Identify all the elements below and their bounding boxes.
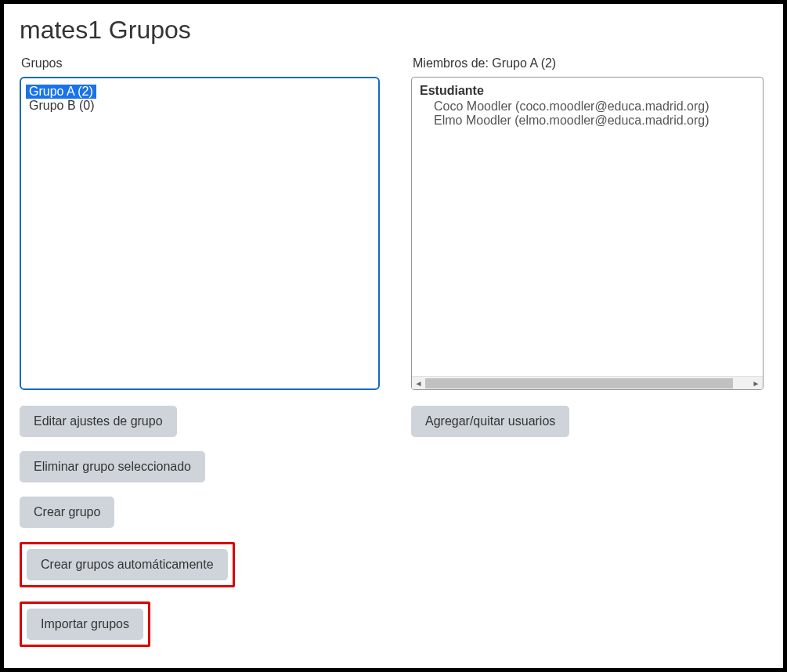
scroll-right-arrow-icon[interactable]: ► xyxy=(749,377,763,390)
horizontal-scrollbar[interactable]: ◄ ► xyxy=(412,376,763,389)
auto-create-groups-button[interactable]: Crear grupos automáticamente xyxy=(27,549,228,580)
group-option[interactable]: Grupo B (0) xyxy=(26,98,98,113)
member-option[interactable]: Elmo Moodler (elmo.moodler@educa.madrid.… xyxy=(415,114,760,128)
scroll-left-arrow-icon[interactable]: ◄ xyxy=(412,377,425,390)
groups-column: Grupos Grupo A (2) Grupo B (0) Editar aj… xyxy=(20,56,380,647)
group-option[interactable]: Grupo A (2) xyxy=(26,85,96,99)
scrollbar-thumb[interactable] xyxy=(425,378,733,388)
role-label: Estudiante xyxy=(415,84,760,98)
members-column: Miembros de: Grupo A (2) Estudiante Coco… xyxy=(411,56,764,647)
groups-label: Grupos xyxy=(20,56,380,70)
member-option[interactable]: Coco Moodler (coco.moodler@educa.madrid.… xyxy=(415,99,760,114)
groups-listbox[interactable]: Grupo A (2) Grupo B (0) xyxy=(20,77,380,390)
highlight-auto-create: Crear grupos automáticamente xyxy=(20,542,235,587)
add-remove-users-button[interactable]: Agregar/quitar usuarios xyxy=(411,406,569,437)
import-groups-button[interactable]: Importar grupos xyxy=(27,609,143,640)
page-title: mates1 Grupos xyxy=(20,16,767,45)
members-listbox[interactable]: Estudiante Coco Moodler (coco.moodler@ed… xyxy=(411,77,764,390)
edit-group-settings-button[interactable]: Editar ajustes de grupo xyxy=(20,406,177,437)
scrollbar-track[interactable] xyxy=(425,377,749,390)
highlight-import: Importar grupos xyxy=(20,602,150,647)
members-label: Miembros de: Grupo A (2) xyxy=(411,56,764,70)
delete-selected-group-button[interactable]: Eliminar grupo seleccionado xyxy=(20,451,205,482)
create-group-button[interactable]: Crear grupo xyxy=(20,497,114,528)
